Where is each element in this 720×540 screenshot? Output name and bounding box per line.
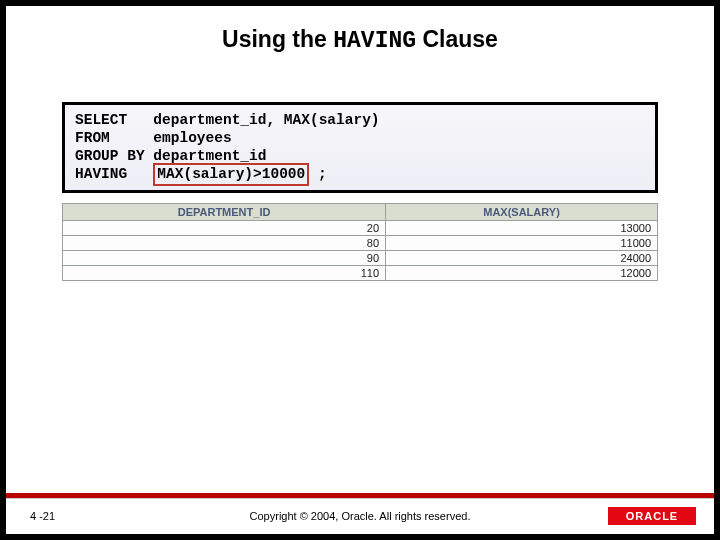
sql-code-box: SELECT department_id, MAX(salary) FROM e… — [62, 102, 658, 193]
table-header-row: DEPARTMENT_ID MAX(SALARY) — [63, 203, 658, 220]
code-l1b: department_id, MAX(salary) — [153, 112, 379, 128]
col-header-maxsal: MAX(SALARY) — [386, 203, 658, 220]
footer-bar: 4 -21 Copyright © 2004, Oracle. All righ… — [6, 498, 714, 534]
oracle-logo-text: ORACLE — [608, 507, 696, 525]
cell: 20 — [63, 220, 386, 235]
title-pre: Using the — [222, 26, 333, 52]
code-highlight: MAX(salary)>10000 — [153, 163, 309, 185]
code-kw-having: HAVING — [75, 166, 153, 182]
code-kw-select: SELECT — [75, 112, 153, 128]
cell: 11000 — [386, 235, 658, 250]
oracle-logo: ORACLE — [608, 506, 696, 526]
title-keyword: HAVING — [333, 28, 416, 54]
cell: 80 — [63, 235, 386, 250]
footer-red-strip — [6, 493, 714, 498]
slide-title: Using the HAVING Clause — [6, 26, 714, 54]
table-row: 80 11000 — [63, 235, 658, 250]
code-l4b: ; — [309, 166, 326, 182]
cell: 13000 — [386, 220, 658, 235]
code-l2b: employees — [153, 130, 231, 146]
cell: 110 — [63, 265, 386, 280]
cell: 90 — [63, 250, 386, 265]
slide: Using the HAVING Clause SELECT departmen… — [6, 6, 714, 534]
cell: 24000 — [386, 250, 658, 265]
cell: 12000 — [386, 265, 658, 280]
result-table: DEPARTMENT_ID MAX(SALARY) 20 13000 80 11… — [62, 203, 658, 281]
code-l3b: department_id — [153, 148, 266, 164]
code-kw-from: FROM — [75, 130, 153, 146]
title-post: Clause — [416, 26, 498, 52]
table-row: 90 24000 — [63, 250, 658, 265]
table-row: 20 13000 — [63, 220, 658, 235]
code-kw-groupby: GROUP BY — [75, 148, 153, 164]
table-row: 110 12000 — [63, 265, 658, 280]
col-header-dept: DEPARTMENT_ID — [63, 203, 386, 220]
